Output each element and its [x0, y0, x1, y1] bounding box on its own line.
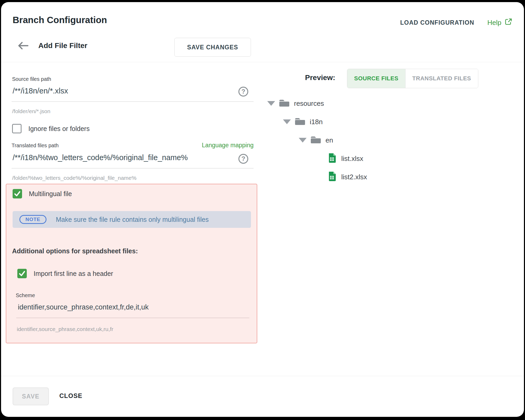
spreadsheet-file-icon: [328, 153, 336, 164]
language-mapping-link[interactable]: Language mapping: [202, 142, 254, 149]
page-title: Branch Configuration: [13, 15, 107, 25]
chevron-down-icon[interactable]: [283, 119, 291, 124]
footer-divider: [1, 376, 524, 376]
import-header-checkbox-row[interactable]: Import first line as a header: [17, 269, 113, 278]
save-changes-button[interactable]: SAVE CHANGES: [174, 38, 251, 57]
tree-item-label: i18n: [310, 118, 323, 126]
import-header-label: Import first line as a header: [34, 270, 113, 277]
file-tree: resources i18n en: [267, 98, 367, 190]
scheme-hint: identifier,source_phrase,context,uk,ru,f…: [17, 326, 113, 332]
ignore-files-label: Ignore files or folders: [28, 125, 90, 133]
arrow-left-icon: [16, 40, 30, 51]
preview-toggle: SOURCE FILES TRANSLATED FILES: [347, 69, 478, 88]
multilingual-checkbox-row[interactable]: Multilingual file: [13, 189, 72, 198]
folder-icon: [279, 98, 290, 108]
tree-row-list-xlsx[interactable]: list.xlsx: [267, 153, 367, 164]
tree-item-label: resources: [294, 99, 324, 108]
spreadsheet-file-icon: [328, 172, 336, 182]
tab-translated-files[interactable]: TRANSLATED FILES: [405, 69, 478, 88]
tree-item-label: en: [326, 136, 333, 144]
tree-row-list2-xlsx[interactable]: list2.xlsx: [267, 171, 367, 183]
note-banner: NOTE Make sure the file rule contains on…: [13, 211, 251, 228]
help-link[interactable]: Help: [487, 18, 512, 28]
close-button[interactable]: CLOSE: [59, 392, 82, 400]
branch-configuration-dialog: Branch Configuration LOAD CONFIGURATION …: [1, 2, 524, 417]
spreadsheet-options-heading: Additional options for spreadsheet files…: [12, 247, 138, 255]
source-path-label: Source files path: [12, 76, 51, 82]
tab-source-files[interactable]: SOURCE FILES: [347, 69, 405, 88]
help-link-label: Help: [487, 19, 501, 27]
note-text: Make sure the file rule contains only mu…: [56, 216, 209, 223]
scheme-label: Scheme: [16, 292, 35, 298]
filter-title: Add File Filter: [38, 41, 87, 50]
svg-text:?: ?: [242, 155, 245, 162]
save-button[interactable]: SAVE: [13, 387, 49, 405]
checkbox-unchecked-icon: [12, 124, 22, 133]
header-divider: [1, 62, 524, 62]
ignore-files-checkbox-row[interactable]: Ignore files or folders: [12, 124, 90, 133]
checkbox-checked-icon: [17, 269, 27, 278]
tree-row-en[interactable]: en: [267, 134, 367, 146]
tree-row-resources[interactable]: resources: [267, 98, 367, 109]
tree-item-label: list.xlsx: [341, 155, 363, 163]
svg-text:?: ?: [242, 88, 245, 95]
multilingual-label: Multilingual file: [29, 190, 72, 198]
translated-path-hint: /folder/%two_letters_code%/%original_fil…: [12, 175, 136, 181]
external-link-icon: [505, 18, 512, 28]
multilingual-highlight-section: Multilingual file NOTE Make sure the fil…: [6, 184, 257, 343]
preview-label: Preview:: [305, 74, 335, 82]
back-button[interactable]: [16, 40, 30, 51]
chevron-down-icon[interactable]: [267, 101, 275, 106]
folder-icon: [310, 135, 321, 145]
source-path-hint: /folder/en/*.json: [12, 108, 50, 114]
source-path-input[interactable]: [12, 85, 254, 102]
translated-path-label: Translated files path: [12, 143, 59, 149]
chevron-down-icon[interactable]: [299, 138, 307, 143]
tree-row-i18n[interactable]: i18n: [267, 116, 367, 128]
translated-path-input[interactable]: [12, 151, 254, 169]
load-configuration-button[interactable]: LOAD CONFIGURATION: [400, 19, 474, 26]
scheme-input[interactable]: [16, 301, 249, 318]
folder-icon: [295, 117, 306, 127]
tree-item-label: list2.xlsx: [341, 173, 367, 181]
note-badge: NOTE: [19, 215, 46, 224]
source-path-help-icon[interactable]: ?: [238, 86, 249, 97]
translated-path-help-icon[interactable]: ?: [238, 153, 249, 164]
checkbox-checked-icon: [13, 189, 22, 198]
